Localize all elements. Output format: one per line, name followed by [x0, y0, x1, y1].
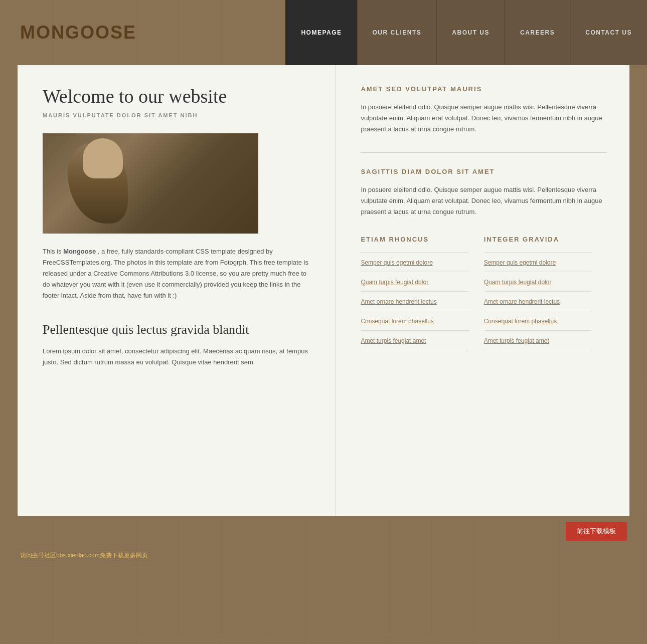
link-cc[interactable]: Creative Commons Attributions 3.0 [93, 270, 194, 277]
link-fotogrph[interactable]: Fotogrph [220, 259, 246, 266]
col1-link-1[interactable]: Semper quis egetmi dolore [361, 259, 432, 266]
footer-bar: 前往下载模板 [0, 516, 647, 546]
header: MONGOOSE HOMEPAGE OUR CLIENTS ABOUT US C… [0, 0, 647, 65]
right-column: AMET SED VOLUTPAT MAURIS In posuere elei… [336, 65, 629, 516]
logo-area: MONGOOSE [0, 0, 156, 65]
col1-link-2[interactable]: Quam turpis feugiat dolor [361, 279, 428, 286]
right-section1-title: AMET SED VOLUTPAT MAURIS [361, 85, 607, 93]
intro-text: This is Mongoose , a free, fully standar… [43, 246, 310, 301]
bottom-col-1: ETIAM RHONCUS Semper quis egetmi dolore … [361, 236, 483, 350]
footer-bottom: 访问虫号社区bbs.xienlao.com免费下载更多网页 [0, 546, 647, 564]
nav-our-clients[interactable]: OUR CLIENTS [357, 0, 437, 65]
bottom-columns: ETIAM RHONCUS Semper quis egetmi dolore … [361, 236, 607, 350]
list-item: Amet turpis feugiat amet [361, 331, 468, 350]
section2-text: Lorem ipsum dolor sit amet, consectetur … [43, 346, 310, 368]
col2-link-4[interactable]: Consequat lorem phasellus [484, 318, 557, 325]
bottom-col1-links: Semper quis egetmi dolore Quam turpis fe… [361, 252, 468, 350]
list-item: Quam turpis feugiat dolor [361, 272, 468, 292]
list-item: Amet ornare hendrerit lectus [361, 292, 468, 311]
main-wrapper: Welcome to our website MAURIS VULPUTATE … [18, 65, 629, 516]
nav-about-us[interactable]: ABOUT US [436, 0, 505, 65]
nav-contact-us[interactable]: CONTACT US [570, 0, 647, 65]
intro-prefix: This is [43, 248, 63, 255]
divider-1 [361, 152, 607, 153]
right-section2-text: In posuere eleifend odio. Quisque semper… [361, 184, 607, 218]
intro-bold: Mongoose [63, 248, 96, 255]
footer-link[interactable]: 访问虫号社区bbs.xienlao.com免费下载更多网页 [20, 552, 148, 559]
hero-image [43, 133, 258, 234]
col2-link-1[interactable]: Semper quis egetmi dolore [484, 259, 556, 266]
list-item: Consequat lorem phasellus [361, 311, 468, 331]
list-item: Amet turpis feugiat amet [484, 331, 592, 350]
list-item: Consequat lorem phasellus [484, 311, 592, 331]
page-title: Welcome to our website [43, 85, 310, 108]
bottom-col-2: INTEGER GRAVIDA Semper quis egetmi dolor… [484, 236, 607, 350]
intro-mid2: . The photos in this template are from [110, 259, 220, 266]
col2-link-2[interactable]: Quam turpis feugiat dolor [484, 279, 552, 286]
left-column: Welcome to our website MAURIS VULPUTATE … [18, 65, 336, 516]
col1-link-3[interactable]: Amet ornare hendrerit lectus [361, 298, 436, 305]
list-item: Semper quis egetmi dolore [484, 253, 592, 272]
right-section1-text: In posuere eleifend odio. Quisque semper… [361, 102, 607, 135]
link-freecss[interactable]: FreeCSSTemplates.org [43, 259, 110, 266]
page-subtitle: MAURIS VULPUTATE DOLOR SIT AMET NIBH [43, 112, 310, 118]
right-section2-title: SAGITTIS DIAM DOLOR SIT AMET [361, 168, 607, 175]
col2-link-3[interactable]: Amet ornare hendrerit lectus [484, 298, 560, 305]
section2-title: Pellentesque quis lectus gravida blandit [43, 321, 310, 338]
list-item: Semper quis egetmi dolore [361, 253, 468, 272]
right-section-2: SAGITTIS DIAM DOLOR SIT AMET In posuere … [361, 168, 607, 218]
logo[interactable]: MONGOOSE [20, 22, 136, 43]
col1-link-4[interactable]: Consequat lorem phasellus [361, 318, 433, 325]
list-item: Amet ornare hendrerit lectus [484, 292, 592, 311]
main-nav: HOMEPAGE OUR CLIENTS ABOUT US CAREERS CO… [285, 0, 647, 65]
intro-mid: , a free, fully standards-compliant CSS … [96, 248, 273, 255]
nav-homepage[interactable]: HOMEPAGE [285, 0, 357, 65]
col2-link-5[interactable]: Amet turpis feugiat amet [484, 337, 549, 344]
right-section-1: AMET SED VOLUTPAT MAURIS In posuere elei… [361, 85, 607, 135]
list-item: Quam turpis feugiat dolor [484, 272, 592, 292]
col1-link-5[interactable]: Amet turpis feugiat amet [361, 337, 426, 344]
bottom-col2-title: INTEGER GRAVIDA [484, 236, 592, 243]
nav-careers[interactable]: CAREERS [505, 0, 570, 65]
bottom-col1-title: ETIAM RHONCUS [361, 236, 468, 243]
bottom-col2-links: Semper quis egetmi dolore Quam turpis fe… [484, 252, 592, 350]
download-button[interactable]: 前往下载模板 [566, 522, 627, 541]
